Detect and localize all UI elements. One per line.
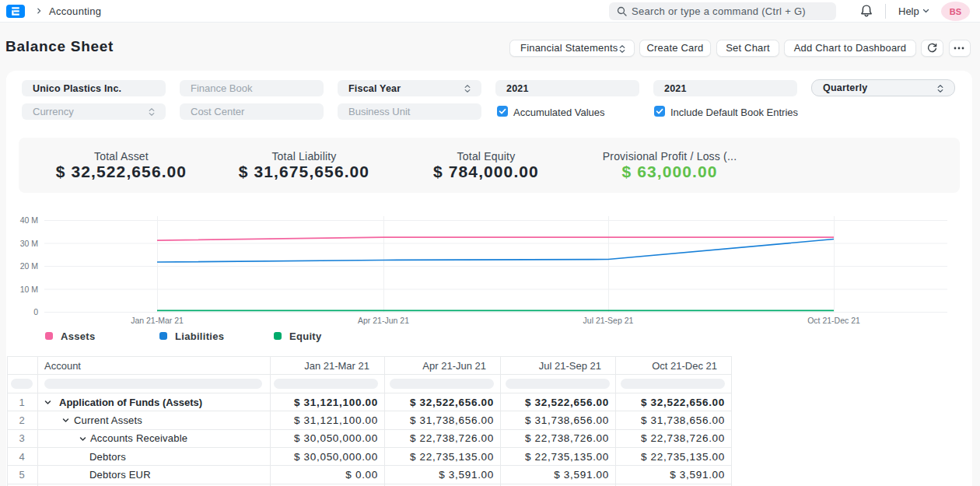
- svg-text:20 M: 20 M: [20, 261, 38, 271]
- svg-text:30 M: 30 M: [20, 239, 38, 248]
- svg-text:Jan 21-Mar 21: Jan 21-Mar 21: [131, 316, 184, 325]
- svg-text:Jul 21-Sep 21: Jul 21-Sep 21: [583, 316, 634, 325]
- svg-text:10 M: 10 M: [20, 285, 38, 294]
- svg-text:0: 0: [33, 307, 38, 316]
- svg-text:40 M: 40 M: [20, 215, 38, 225]
- svg-text:Oct 21-Dec 21: Oct 21-Dec 21: [807, 316, 860, 325]
- svg-text:Apr 21-Jun 21: Apr 21-Jun 21: [358, 316, 409, 325]
